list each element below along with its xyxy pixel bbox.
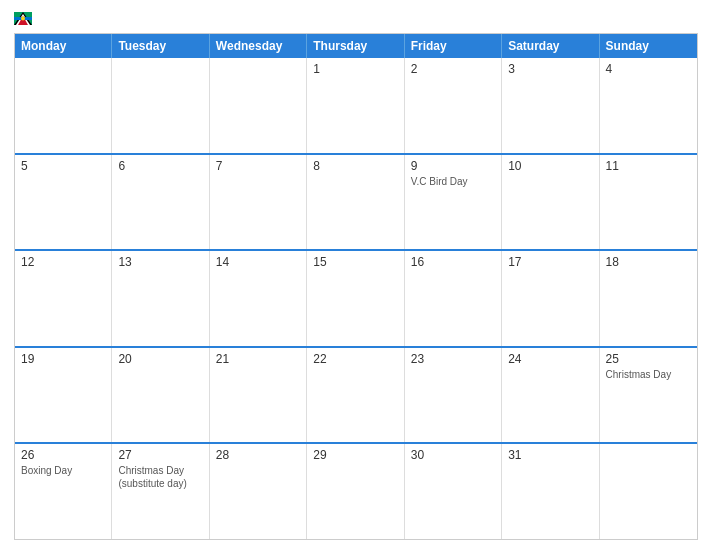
day-cell: 21 — [210, 348, 307, 443]
day-cell: 10 — [502, 155, 599, 250]
holiday-label: V.C Bird Day — [411, 175, 495, 188]
calendar-page: MondayTuesdayWednesdayThursdayFridaySatu… — [0, 0, 712, 550]
week-row-2: 56789V.C Bird Day1011 — [15, 153, 697, 250]
holiday-label: Christmas Day (substitute day) — [118, 464, 202, 490]
holiday-label: Boxing Day — [21, 464, 105, 477]
day-cell: 30 — [405, 444, 502, 539]
day-cell — [15, 58, 112, 153]
logo-flag-icon — [14, 12, 32, 25]
day-cell: 17 — [502, 251, 599, 346]
day-number: 30 — [411, 448, 495, 462]
day-cell: 18 — [600, 251, 697, 346]
day-number: 23 — [411, 352, 495, 366]
day-cell: 5 — [15, 155, 112, 250]
day-cell: 23 — [405, 348, 502, 443]
day-cell — [112, 58, 209, 153]
header — [14, 12, 698, 25]
day-number: 5 — [21, 159, 105, 173]
week-row-1: 1234 — [15, 58, 697, 153]
day-number: 21 — [216, 352, 300, 366]
day-cell: 27Christmas Day (substitute day) — [112, 444, 209, 539]
day-header-friday: Friday — [405, 34, 502, 58]
day-number: 22 — [313, 352, 397, 366]
calendar-grid: MondayTuesdayWednesdayThursdayFridaySatu… — [14, 33, 698, 540]
day-number: 16 — [411, 255, 495, 269]
day-cell: 13 — [112, 251, 209, 346]
day-cell — [600, 444, 697, 539]
day-number: 6 — [118, 159, 202, 173]
day-number: 3 — [508, 62, 592, 76]
day-number: 15 — [313, 255, 397, 269]
day-cell: 14 — [210, 251, 307, 346]
day-cell: 20 — [112, 348, 209, 443]
week-row-5: 26Boxing Day27Christmas Day (substitute … — [15, 442, 697, 539]
day-cell: 6 — [112, 155, 209, 250]
day-number: 1 — [313, 62, 397, 76]
week-row-3: 12131415161718 — [15, 249, 697, 346]
week-row-4: 19202122232425Christmas Day — [15, 346, 697, 443]
day-header-monday: Monday — [15, 34, 112, 58]
day-cell: 24 — [502, 348, 599, 443]
day-cell — [210, 58, 307, 153]
day-number: 31 — [508, 448, 592, 462]
day-number: 25 — [606, 352, 691, 366]
day-headers-row: MondayTuesdayWednesdayThursdayFridaySatu… — [15, 34, 697, 58]
day-number: 7 — [216, 159, 300, 173]
day-cell: 15 — [307, 251, 404, 346]
day-cell: 8 — [307, 155, 404, 250]
day-number: 29 — [313, 448, 397, 462]
day-number: 26 — [21, 448, 105, 462]
day-header-sunday: Sunday — [600, 34, 697, 58]
day-number: 17 — [508, 255, 592, 269]
day-number: 19 — [21, 352, 105, 366]
day-number: 9 — [411, 159, 495, 173]
day-cell: 16 — [405, 251, 502, 346]
weeks-container: 123456789V.C Bird Day1011121314151617181… — [15, 58, 697, 539]
day-header-saturday: Saturday — [502, 34, 599, 58]
day-cell: 7 — [210, 155, 307, 250]
day-number: 2 — [411, 62, 495, 76]
day-cell: 26Boxing Day — [15, 444, 112, 539]
day-number: 14 — [216, 255, 300, 269]
day-number: 10 — [508, 159, 592, 173]
day-cell: 28 — [210, 444, 307, 539]
day-cell: 31 — [502, 444, 599, 539]
day-number: 4 — [606, 62, 691, 76]
day-cell: 12 — [15, 251, 112, 346]
day-number: 28 — [216, 448, 300, 462]
svg-point-5 — [21, 17, 25, 21]
day-cell: 4 — [600, 58, 697, 153]
logo-blue-text — [14, 12, 32, 25]
day-number: 13 — [118, 255, 202, 269]
day-cell: 1 — [307, 58, 404, 153]
day-cell: 19 — [15, 348, 112, 443]
day-number: 24 — [508, 352, 592, 366]
day-cell: 25Christmas Day — [600, 348, 697, 443]
day-cell: 22 — [307, 348, 404, 443]
day-cell: 2 — [405, 58, 502, 153]
day-header-wednesday: Wednesday — [210, 34, 307, 58]
day-cell: 11 — [600, 155, 697, 250]
day-number: 12 — [21, 255, 105, 269]
day-cell: 3 — [502, 58, 599, 153]
day-header-tuesday: Tuesday — [112, 34, 209, 58]
day-number: 8 — [313, 159, 397, 173]
day-number: 11 — [606, 159, 691, 173]
holiday-label: Christmas Day — [606, 368, 691, 381]
logo — [14, 12, 32, 25]
day-number: 27 — [118, 448, 202, 462]
day-header-thursday: Thursday — [307, 34, 404, 58]
day-number: 20 — [118, 352, 202, 366]
day-cell: 9V.C Bird Day — [405, 155, 502, 250]
day-cell: 29 — [307, 444, 404, 539]
day-number: 18 — [606, 255, 691, 269]
